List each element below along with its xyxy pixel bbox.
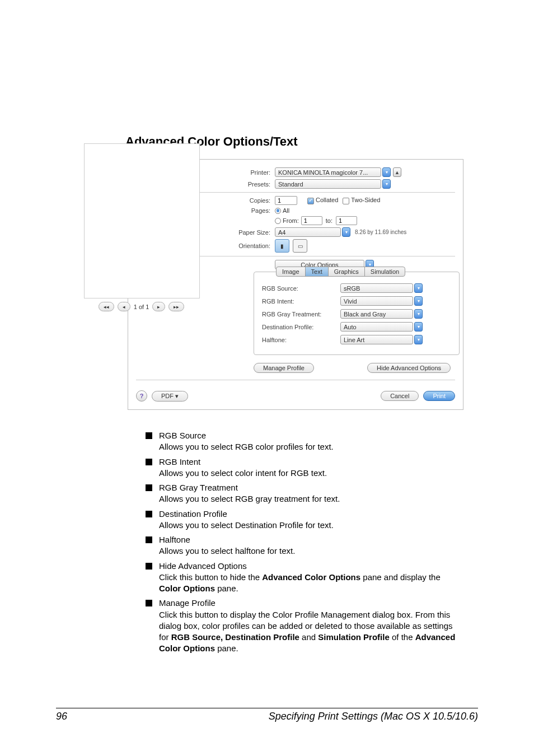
copies-input[interactable] — [275, 196, 297, 205]
dropdown-icon[interactable] — [414, 283, 423, 293]
list-item: RGB IntentAllows you to select color int… — [159, 456, 459, 479]
hide-advanced-button[interactable]: Hide Advanced Options — [367, 363, 451, 373]
tab-graphics[interactable]: Graphics — [328, 267, 365, 277]
dropdown-icon[interactable] — [382, 179, 391, 189]
dest-profile-label: Destination Profile: — [262, 324, 340, 330]
help-icon[interactable]: ? — [136, 390, 147, 402]
pages-all-label: All — [283, 207, 289, 214]
collated-checkbox[interactable] — [307, 198, 314, 204]
rgb-intent-select[interactable]: Vivid — [340, 296, 413, 306]
cancel-button[interactable]: Cancel — [381, 391, 419, 401]
orientation-portrait-icon[interactable]: ▮ — [275, 239, 289, 253]
pager-text: 1 of 1 — [134, 304, 149, 310]
rgb-gray-label: RGB Gray Treatment: — [262, 311, 340, 318]
to-label: to: — [326, 217, 332, 224]
list-item: RGB SourceAllows you to select RGB color… — [159, 430, 459, 453]
rgb-source-label: RGB Source: — [262, 285, 340, 292]
list-item: RGB Gray TreatmentAllows you to select R… — [159, 482, 459, 505]
pager-first-button[interactable]: ◂◂ — [99, 302, 114, 311]
manage-profile-button[interactable]: Manage Profile — [254, 363, 314, 373]
tab-simulation[interactable]: Simulation — [364, 267, 405, 277]
bullet-icon — [146, 600, 152, 606]
bullet-icon — [146, 536, 152, 543]
pager-prev-button[interactable]: ◂ — [118, 302, 130, 311]
pager-last-button[interactable]: ▸▸ — [168, 302, 184, 311]
description-list: RGB SourceAllows you to select RGB color… — [146, 430, 459, 655]
pages-from-radio[interactable] — [275, 218, 281, 224]
twosided-label: Two-Sided — [351, 197, 380, 203]
pdf-button[interactable]: PDF ▾ — [152, 391, 188, 402]
bullet-icon — [146, 459, 152, 465]
dropdown-icon[interactable] — [414, 322, 423, 332]
collated-label: Collated — [316, 197, 338, 203]
bullet-icon — [146, 511, 152, 517]
preview-pane: ◂◂ ◂ 1 of 1 ▸ ▸▸ — [84, 143, 199, 311]
list-item: Destination ProfileAllows you to select … — [159, 508, 459, 531]
halftone-select[interactable]: Line Art — [340, 335, 413, 344]
list-item: HalftoneAllows you to select halftone fo… — [159, 534, 459, 557]
dest-profile-select[interactable]: Auto — [340, 322, 413, 332]
orientation-landscape-icon[interactable]: ▭ — [293, 239, 307, 253]
dropdown-icon[interactable] — [414, 296, 423, 306]
from-input[interactable] — [301, 216, 322, 225]
dropdown-icon[interactable] — [382, 167, 391, 177]
rgb-intent-label: RGB Intent: — [262, 298, 340, 305]
color-options-panel: Image Text Graphics Simulation RGB Sourc… — [254, 272, 460, 355]
dropdown-icon[interactable] — [342, 227, 350, 237]
preview-page — [84, 143, 200, 298]
tab-image[interactable]: Image — [276, 267, 306, 277]
twosided-checkbox[interactable] — [343, 198, 349, 204]
papersize-select[interactable]: A4 — [275, 227, 341, 237]
dropdown-icon[interactable] — [414, 335, 423, 344]
printer-info-icon[interactable]: ▲ — [393, 167, 401, 177]
rgb-gray-select[interactable]: Black and Gray — [340, 309, 413, 319]
dropdown-icon[interactable] — [414, 309, 423, 319]
list-item: Hide Advanced OptionsClick this button t… — [159, 561, 459, 595]
from-label: From: — [283, 217, 299, 224]
footer-title: Specifying Print Settings (Mac OS X 10.5… — [269, 711, 478, 722]
printer-select[interactable]: KONICA MINOLTA magicolor 7... — [275, 167, 381, 177]
tab-text[interactable]: Text — [305, 267, 329, 277]
pager-next-button[interactable]: ▸ — [152, 302, 165, 311]
paper-dim: 8.26 by 11.69 inches — [355, 229, 406, 235]
to-input[interactable] — [336, 216, 357, 225]
rgb-source-select[interactable]: sRGB — [340, 283, 413, 293]
halftone-label: Halftone: — [262, 337, 340, 343]
pages-all-radio[interactable] — [275, 208, 281, 214]
list-item: Manage ProfileClick this button to displ… — [159, 598, 459, 654]
presets-select[interactable]: Standard — [275, 179, 381, 189]
bullet-icon — [146, 432, 152, 439]
bullet-icon — [146, 563, 152, 570]
bullet-icon — [146, 484, 152, 491]
page-footer: 96 Specifying Print Settings (Mac OS X 1… — [56, 708, 478, 722]
print-button[interactable]: Print — [423, 391, 455, 401]
page-number: 96 — [56, 711, 67, 722]
